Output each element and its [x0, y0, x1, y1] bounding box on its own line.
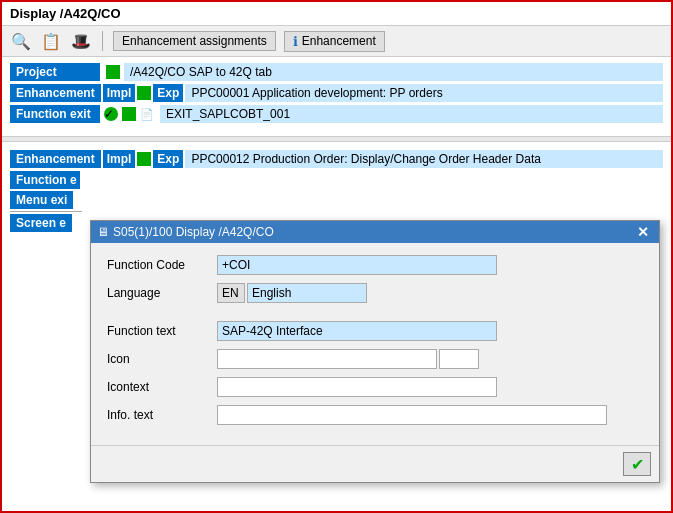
- section-divider: [2, 136, 671, 142]
- enhancement-assignments-button[interactable]: Enhancement assignments: [113, 31, 276, 51]
- exp-bottom-label: Exp: [153, 150, 183, 168]
- ok-check-icon: ✔: [631, 455, 644, 474]
- enhancement-label-cell: Enhancement: [10, 84, 101, 102]
- project-green-square: [106, 65, 120, 79]
- search-icon[interactable]: 🔍: [10, 30, 32, 52]
- language-label: Language: [107, 286, 217, 300]
- exp-label: Exp: [153, 84, 183, 102]
- function-exit-label: Function exit: [10, 105, 100, 123]
- icon-small-input[interactable]: [439, 349, 479, 369]
- enhancement-green-square: [137, 86, 151, 100]
- language-text-input[interactable]: [247, 283, 367, 303]
- screen-sub-label: Screen e: [10, 214, 72, 232]
- function-text-label: Function text: [107, 324, 217, 338]
- function-exit-row: Function exit ✓ 📄 EXIT_SAPLCOBT_001: [10, 105, 663, 123]
- enhancement-row: Enhancement Impl Exp PPC00001 Applicatio…: [10, 84, 663, 102]
- enhancement-assignments-label: Enhancement assignments: [122, 34, 267, 48]
- ok-button[interactable]: ✔: [623, 452, 651, 476]
- menu-sub-label: Menu exi: [10, 191, 73, 209]
- function-exit-value: EXIT_SAPLCOBT_001: [160, 105, 663, 123]
- enhancement-bottom-green-square: [137, 152, 151, 166]
- dialog-title-text: S05(1)/100 Display /A42Q/CO: [113, 225, 274, 239]
- function-code-label: Function Code: [107, 258, 217, 272]
- toolbar: 🔍 📋 🎩 Enhancement assignments ℹ Enhancem…: [2, 26, 671, 57]
- clipboard-icon[interactable]: 📋: [40, 30, 62, 52]
- language-row: Language: [107, 283, 643, 303]
- info-text-input[interactable]: [217, 405, 607, 425]
- function-code-row: Function Code: [107, 255, 643, 275]
- info-text-label: Info. text: [107, 408, 217, 422]
- enhancement-label: Enhancement: [302, 34, 376, 48]
- enhancement-button[interactable]: ℹ Enhancement: [284, 31, 385, 52]
- page-icon: 📄: [140, 108, 154, 121]
- icontext-label: Icontext: [107, 380, 217, 394]
- icontext-row: Icontext: [107, 377, 643, 397]
- info-icon: ℹ: [293, 34, 298, 49]
- project-value: /A42Q/CO SAP to 42Q tab: [124, 63, 663, 81]
- impl-label: Impl: [103, 84, 136, 102]
- icon-row: Icon: [107, 349, 643, 369]
- project-label: Project: [10, 63, 100, 81]
- impl-bottom-label: Impl: [103, 150, 136, 168]
- function-text-input[interactable]: [217, 321, 497, 341]
- icontext-input[interactable]: [217, 377, 497, 397]
- dialog: 🖥 S05(1)/100 Display /A42Q/CO ✕ Function…: [90, 220, 660, 483]
- dialog-body: Function Code Language Function text Ico…: [91, 243, 659, 445]
- function-text-row: Function text: [107, 321, 643, 341]
- info-text-row: Info. text: [107, 405, 643, 425]
- separator: [102, 31, 103, 51]
- function-exit-green-square: [122, 107, 136, 121]
- title-bar: Display /A42Q/CO: [2, 2, 671, 26]
- enhancement-value: PPC00001 Application development: PP ord…: [185, 84, 663, 102]
- dialog-close-button[interactable]: ✕: [633, 224, 653, 240]
- menu-sub-row: Menu exi: [10, 191, 663, 209]
- icon-label: Icon: [107, 352, 217, 366]
- main-content: Project /A42Q/CO SAP to 42Q tab Enhancem…: [2, 57, 671, 132]
- enhancement-bottom-value: PPC00012 Production Order: Display/Chang…: [185, 150, 663, 168]
- project-row: Project /A42Q/CO SAP to 42Q tab: [10, 63, 663, 81]
- function-code-input[interactable]: [217, 255, 497, 275]
- enhancement-bottom-row: Enhancement Impl Exp PPC00012 Production…: [10, 150, 663, 168]
- language-code-input[interactable]: [217, 283, 245, 303]
- function-sub-row: Function e: [10, 171, 663, 189]
- function-sub-label: Function e: [10, 171, 80, 189]
- dialog-title-bar: 🖥 S05(1)/100 Display /A42Q/CO ✕: [91, 221, 659, 243]
- dialog-icon: 🖥: [97, 225, 109, 239]
- icon-input[interactable]: [217, 349, 437, 369]
- window-title: Display /A42Q/CO: [10, 6, 121, 21]
- dialog-footer: ✔: [91, 445, 659, 482]
- enhancement-bottom-label: Enhancement: [10, 150, 101, 168]
- hat-icon[interactable]: 🎩: [70, 30, 92, 52]
- dialog-title-left: 🖥 S05(1)/100 Display /A42Q/CO: [97, 225, 274, 239]
- function-exit-check: ✓: [104, 107, 118, 121]
